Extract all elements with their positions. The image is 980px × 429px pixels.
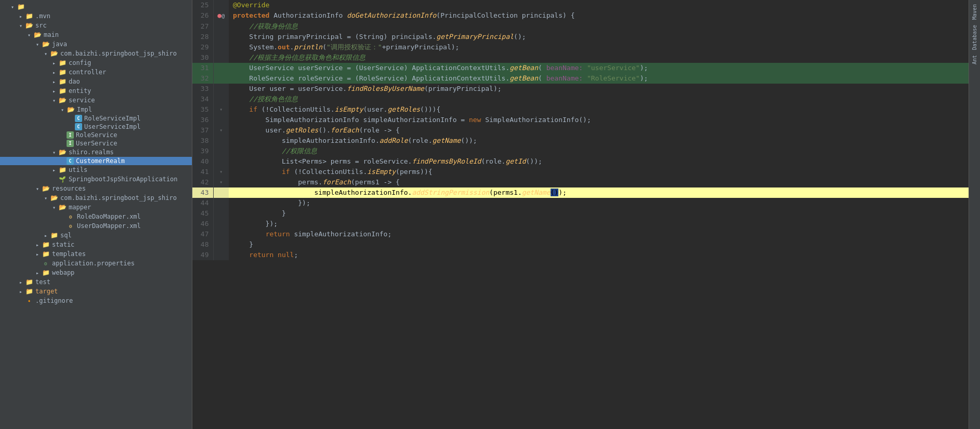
fold-arrow[interactable]: ▾ (219, 106, 223, 112)
line-number-48: 48 (192, 239, 213, 250)
tree-item-controller[interactable]: controller (0, 68, 192, 77)
controller-icon (58, 68, 67, 76)
database-button[interactable]: Database (971, 23, 978, 52)
code-line-37: 37▾ user.getRoles().forEach(role -> { (192, 125, 969, 136)
gutter-46 (213, 219, 229, 229)
tree-item-impl[interactable]: Impl (0, 105, 192, 114)
usi-label: UserServiceImpl (84, 123, 192, 130)
fold-arrow[interactable]: ▾ (219, 127, 223, 133)
tree-item-config[interactable]: config (0, 58, 192, 68)
gutter-44 (213, 198, 229, 208)
tree-item-test[interactable]: test (0, 277, 192, 287)
tree-item-java[interactable]: java (0, 39, 192, 49)
tree-item-roledaomapper[interactable]: RoleDaoMapper.xml (0, 212, 192, 221)
mvn-arrow (17, 14, 25, 19)
gutter-34 (213, 94, 229, 104)
file-tree[interactable]: 📁 .mvn src main java com.baizhi.springbo… (0, 0, 192, 429)
tree-item-userserviceimpl[interactable]: UserServiceImpl (0, 123, 192, 131)
code-line-44: 44 }); (192, 198, 969, 208)
line-number-42: 42 (192, 177, 213, 187)
mapper-icon (58, 203, 67, 211)
code-line-39: 39 //权限信息 (192, 146, 969, 156)
tree-item-dao[interactable]: dao (0, 77, 192, 86)
code-line-49: 49 return null; (192, 250, 969, 260)
code-line-42: 42▾ perms.forEach(perms1 -> { (192, 177, 969, 187)
fold-arrow[interactable]: ▾ (219, 179, 223, 185)
src-label: src (35, 22, 192, 29)
gutter-43 (213, 187, 229, 198)
tree-item-shiro-realms[interactable]: shiro.realms (0, 148, 192, 157)
tree-item-static[interactable]: static (0, 240, 192, 249)
tree-item-springbootapp[interactable]: 🌱 SpringbootJspShiroApplication (0, 175, 192, 184)
dao-icon (58, 77, 67, 86)
tree-item-resources[interactable]: resources (0, 184, 192, 193)
mapper-label: mapper (69, 204, 192, 211)
line-number-40: 40 (192, 156, 213, 167)
tree-item-target[interactable]: target (0, 287, 192, 296)
tree-item-com-pkg[interactable]: com.baizhi.springboot_jsp_shiro (0, 49, 192, 58)
usi-icon (75, 123, 82, 130)
gutter-33 (213, 84, 229, 94)
tree-item-service[interactable]: service (0, 96, 192, 105)
code-content-38: simpleAuthorizationInfo.addRole(role.get… (229, 136, 969, 146)
code-line-43: 43 simpleAuthorizationInfo.addStringPerm… (192, 187, 969, 198)
ant-button[interactable]: Ant (971, 53, 978, 66)
gutter-30 (213, 52, 229, 63)
code-editor[interactable]: 25@Override26●@protected AuthorizationIn… (192, 0, 969, 429)
udm-icon (67, 222, 75, 230)
gutter-36 (213, 115, 229, 125)
line-number-32: 32 (192, 73, 213, 84)
tree-item-mvn[interactable]: .mvn (0, 11, 192, 21)
com-pkg2-icon (50, 194, 58, 202)
gutter-29 (213, 42, 229, 52)
tree-item-utils[interactable]: utils (0, 165, 192, 175)
tree-item-gitignore[interactable]: 🔸 .gitignore (0, 296, 192, 305)
code-line-46: 46 }); (192, 219, 969, 229)
gutter-26: ●@ (213, 10, 229, 21)
right-panel[interactable]: Maven Database Ant (969, 0, 980, 429)
udm-label: UserDaoMapper.xml (77, 222, 192, 230)
tree-item-userdaomapper[interactable]: UserDaoMapper.xml (0, 221, 192, 231)
sbapp-icon: 🌱 (58, 175, 67, 183)
run-icon[interactable]: ● (217, 11, 221, 19)
tree-item-src[interactable]: src (0, 21, 192, 30)
code-content-26: protected AuthorizationInfo doGetAuthori… (229, 10, 969, 21)
code-line-38: 38 simpleAuthorizationInfo.addRole(role.… (192, 136, 969, 146)
webapp-arrow (33, 270, 42, 276)
src-folder-icon (25, 21, 33, 30)
tree-item-appprop[interactable]: application.properties (0, 259, 192, 268)
code-line-40: 40 List<Perms> perms = roleService.findP… (192, 156, 969, 167)
gutter-37: ▾ (213, 125, 229, 136)
code-line-47: 47 return simpleAuthorizationInfo; (192, 229, 969, 239)
line-number-29: 29 (192, 42, 213, 52)
tree-item-webapp[interactable]: webapp (0, 268, 192, 277)
line-number-37: 37 (192, 125, 213, 136)
code-content-25: @Override (229, 0, 969, 10)
java-label: java (52, 41, 192, 48)
tree-item-roleservice[interactable]: RoleService (0, 131, 192, 139)
tree-item-main[interactable]: main (0, 30, 192, 39)
tree-item-roleserviceimpl[interactable]: RoleServiceImpl (0, 114, 192, 123)
line-number-31: 31 (192, 63, 213, 73)
code-line-30: 30 //根据主身份信息获取角色和权限信息 (192, 52, 969, 63)
code-content-36: SimpleAuthorizationInfo simpleAuthorizat… (229, 115, 969, 125)
tree-item-entity[interactable]: entity (0, 86, 192, 96)
maven-button[interactable]: Maven (971, 2, 978, 22)
tree-root[interactable]: 📁 (0, 2, 192, 11)
code-line-48: 48 } (192, 239, 969, 250)
tree-item-sql[interactable]: sql (0, 231, 192, 240)
code-content-35: if (!CollectionUtils.isEmpty(user.getRol… (229, 104, 969, 115)
tree-item-templates[interactable]: templates (0, 249, 192, 259)
tree-item-customerrealm[interactable]: CustomerRealm (0, 157, 192, 165)
tree-item-userservice[interactable]: UserService (0, 139, 192, 148)
tree-item-com-pkg2[interactable]: com.baizhi.springboot_jsp_shiro (0, 193, 192, 203)
code-line-31: 31 UserService userService = (UserServic… (192, 63, 969, 73)
test-icon (25, 278, 33, 286)
tree-item-mapper[interactable]: mapper (0, 203, 192, 212)
resources-icon (42, 184, 50, 193)
code-content-49: return null; (229, 250, 969, 260)
rs-icon (67, 131, 74, 139)
code-line-27: 27 //获取身份信息 (192, 21, 969, 32)
gutter-27 (213, 21, 229, 32)
fold-arrow[interactable]: ▾ (219, 169, 223, 175)
